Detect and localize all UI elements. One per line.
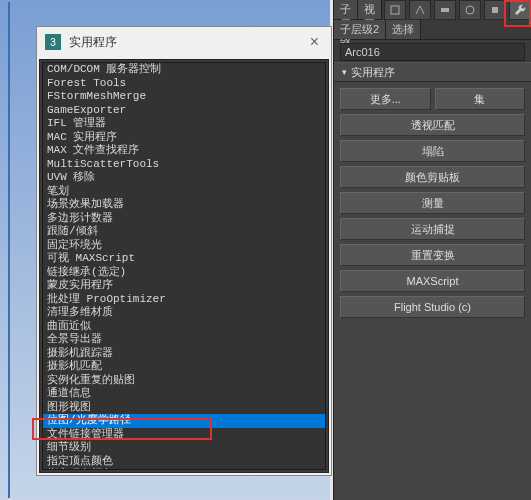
- list-item[interactable]: 文件链接管理器: [43, 428, 325, 442]
- list-item[interactable]: FStormMeshMerge: [43, 90, 325, 104]
- list-item[interactable]: 场景效果加载器: [43, 198, 325, 212]
- viewport-frame: [0, 2, 10, 498]
- popup-title: 实用程序: [69, 34, 306, 51]
- list-item[interactable]: 摄影机匹配: [43, 360, 325, 374]
- list-item[interactable]: 摄影机跟踪器: [43, 347, 325, 361]
- rollout-header-utilities[interactable]: 实用程序: [334, 62, 531, 82]
- wrench-icon[interactable]: [509, 0, 531, 20]
- command-panel: 子层级1 视图 子层级2 选择 实用程序 更多... 集 透视匹配塌陷颜色剪贴板…: [333, 0, 531, 500]
- list-item[interactable]: 全景导出器: [43, 333, 325, 347]
- tool-icon-1[interactable]: [384, 0, 406, 20]
- tab-sublevel2[interactable]: 子层级2: [334, 20, 386, 39]
- list-item[interactable]: 跟随/倾斜: [43, 225, 325, 239]
- utility-button[interactable]: 重置变换: [340, 244, 525, 266]
- list-item[interactable]: GameExporter: [43, 104, 325, 118]
- list-item[interactable]: IFL 管理器: [43, 117, 325, 131]
- list-item[interactable]: MAC 实用程序: [43, 131, 325, 145]
- list-item[interactable]: UVW 移除: [43, 171, 325, 185]
- utilities-popup: 3 实用程序 × COM/DCOM 服务器控制Forest ToolsFStor…: [36, 26, 332, 476]
- rollout-body: 更多... 集 透视匹配塌陷颜色剪贴板测量运动捕捉重置变换MAXScriptFl…: [334, 82, 531, 328]
- list-item[interactable]: 多边形计数器: [43, 212, 325, 226]
- svg-rect-1: [441, 8, 449, 12]
- list-item[interactable]: 通道信息: [43, 387, 325, 401]
- list-item[interactable]: 曲面近似: [43, 320, 325, 334]
- utility-button[interactable]: MAXScript: [340, 270, 525, 292]
- tool-icon-3[interactable]: [434, 0, 456, 20]
- list-item[interactable]: 位图/光度学路径: [43, 414, 325, 428]
- list-item[interactable]: MultiScatterTools: [43, 158, 325, 172]
- tool-icon-4[interactable]: [459, 0, 481, 20]
- app-icon: 3: [45, 34, 61, 50]
- more-button[interactable]: 更多...: [340, 88, 431, 110]
- sets-button[interactable]: 集: [435, 88, 526, 110]
- tool-icon-2[interactable]: [409, 0, 431, 20]
- top-tabs-row1: 子层级1 视图: [334, 0, 531, 20]
- utilities-list[interactable]: COM/DCOM 服务器控制Forest ToolsFStormMeshMerg…: [42, 62, 326, 470]
- top-tabs-row2: 子层级2 选择: [334, 20, 531, 40]
- list-item[interactable]: 图形视图: [43, 401, 325, 415]
- list-item[interactable]: 可视 MAXScript: [43, 252, 325, 266]
- utility-button[interactable]: 颜色剪贴板: [340, 166, 525, 188]
- popup-body: COM/DCOM 服务器控制Forest ToolsFStormMeshMerg…: [39, 59, 329, 473]
- object-name-input[interactable]: [340, 43, 525, 61]
- object-name-row: [334, 40, 531, 62]
- list-item[interactable]: 实例化重复的贴图: [43, 374, 325, 388]
- popup-titlebar[interactable]: 3 实用程序 ×: [37, 27, 331, 57]
- list-item[interactable]: COM/DCOM 服务器控制: [43, 63, 325, 77]
- utility-button[interactable]: 测量: [340, 192, 525, 214]
- list-item[interactable]: 清理多维材质: [43, 306, 325, 320]
- svg-rect-3: [492, 7, 498, 13]
- list-item[interactable]: MAX 文件查找程序: [43, 144, 325, 158]
- list-item[interactable]: 笔划: [43, 185, 325, 199]
- svg-point-2: [466, 6, 474, 14]
- list-item[interactable]: 固定环境光: [43, 239, 325, 253]
- utility-button[interactable]: 运动捕捉: [340, 218, 525, 240]
- utility-button[interactable]: 透视匹配: [340, 114, 525, 136]
- list-item[interactable]: Forest Tools: [43, 77, 325, 91]
- list-item[interactable]: 细节级别: [43, 441, 325, 455]
- tab-select[interactable]: 选择: [386, 20, 421, 39]
- list-item[interactable]: 指定顶点颜色: [43, 455, 325, 469]
- list-item[interactable]: 指定顶点颜色: [43, 468, 325, 470]
- list-item[interactable]: 蒙皮实用程序: [43, 279, 325, 293]
- tool-icon-5[interactable]: [484, 0, 506, 20]
- close-icon[interactable]: ×: [306, 33, 323, 51]
- utility-button[interactable]: Flight Studio (c): [340, 296, 525, 318]
- list-item[interactable]: 链接继承(选定): [43, 266, 325, 280]
- list-item[interactable]: 批处理 ProOptimizer: [43, 293, 325, 307]
- tab-view[interactable]: 视图: [358, 0, 382, 19]
- utility-button[interactable]: 塌陷: [340, 140, 525, 162]
- tab-sublevel1[interactable]: 子层级1: [334, 0, 358, 19]
- svg-rect-0: [391, 6, 399, 14]
